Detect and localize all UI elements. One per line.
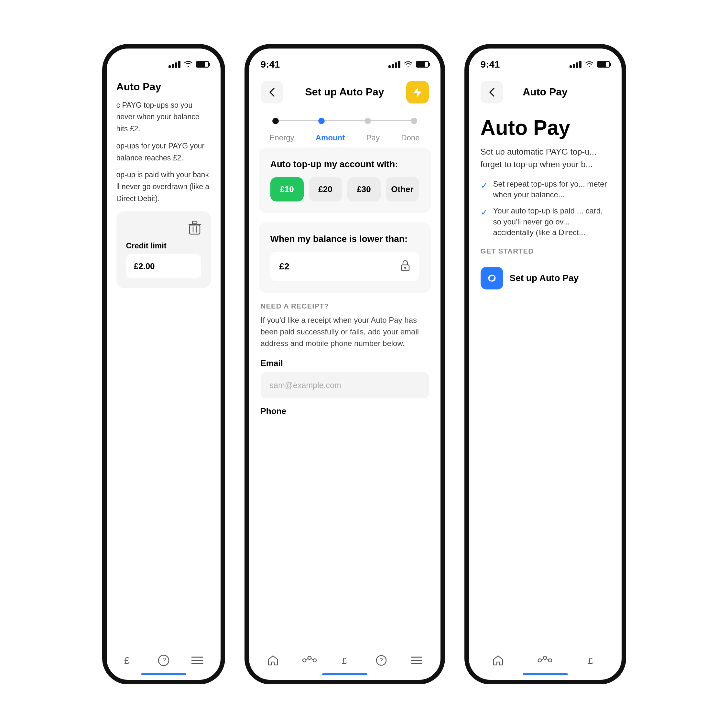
svg-point-24 [538,659,541,662]
amount-30-btn[interactable]: £30 [347,177,381,202]
step-label-done: Done [401,133,419,142]
setup-btn-label: Set up Auto Pay [510,273,579,283]
scene: Auto Pay c PAYG top-ups so you never whe… [0,0,728,728]
check-item-2: ✓ Your auto top-up is paid ... card, so … [480,205,610,238]
center-phone: 9:41 Set up Auto Pay [245,44,445,684]
svg-text:£: £ [342,656,347,666]
nav-icon-menu[interactable] [191,656,203,665]
trash-icon[interactable] [126,221,201,238]
left-status-bar [107,49,220,74]
page-title: Set up Auto Pay [305,86,384,98]
svg-rect-2 [190,225,200,234]
autopay-desc: Set up automatic PAYG top-u... forget to… [480,145,610,171]
amount-other-btn[interactable]: Other [386,177,419,202]
left-content: Auto Pay c PAYG top-ups so you never whe… [107,74,220,295]
step-amount-dot [318,118,325,124]
wifi-icon [184,60,193,69]
right-wifi-icon [585,59,594,70]
left-desc-3: op-up is paid with your bank ll never go… [116,169,211,204]
left-page-title: Auto Pay [116,81,211,93]
lightning-button[interactable] [406,81,429,104]
svg-text:£: £ [124,655,130,665]
left-desc-1: c PAYG top-ups so you never when your ba… [116,99,211,135]
step-done-dot [411,118,417,124]
right-page-title: Auto Pay [523,86,567,98]
svg-text:?: ? [380,657,383,664]
get-started-label: GET STARTED [480,247,610,255]
svg-point-12 [404,267,406,269]
right-nav-connections-icon[interactable] [538,656,552,665]
get-started-divider [480,260,610,260]
svg-rect-1 [193,221,197,224]
step-pay-dot [364,118,371,124]
center-battery-icon [416,61,429,67]
nav-help-icon[interactable]: ? [376,655,387,666]
nav-payment-icon[interactable]: £ [341,655,352,666]
autopay-title: Auto Pay [480,116,610,139]
battery-icon [196,61,209,67]
nav-icon-help[interactable]: ? [158,655,170,666]
right-phone-content: Auto Pay Set up automatic PAYG top-u... … [469,110,622,296]
svg-line-17 [311,658,313,660]
email-input[interactable]: sam@example.com [261,372,429,398]
right-nav-home-icon[interactable] [492,655,503,666]
phone-label: Phone [261,406,429,416]
amount-card: Auto top-up my account with: £10 £20 £30… [259,147,431,213]
checkmark-icon-2: ✓ [480,206,488,219]
nav-connections-icon[interactable] [302,656,317,665]
step-label-energy: Energy [270,133,294,142]
left-phone: Auto Pay c PAYG top-ups so you never whe… [102,44,225,684]
right-time: 9:41 [480,59,500,70]
svg-point-15 [313,659,316,662]
svg-point-26 [549,659,552,662]
center-status-icons [388,59,429,70]
svg-point-25 [543,656,547,659]
amount-20-btn[interactable]: £20 [309,177,342,202]
right-bottom-nav: £ [469,641,622,680]
step-energy-dot [272,118,279,124]
right-back-button[interactable] [480,81,503,104]
nav-menu-icon[interactable] [411,656,422,665]
center-time: 9:41 [261,59,280,70]
balance-input[interactable]: £2 [271,252,419,281]
center-bottom-nav: £ ? [249,641,440,680]
left-desc-2: op-ups for your PAYG your balance reache… [116,140,211,164]
right-phone: 9:41 Auto Pay Auto Pay [464,44,626,684]
left-status-icons [168,60,209,69]
right-battery-icon [597,61,610,67]
back-button[interactable] [261,81,283,104]
svg-line-16 [306,658,308,661]
infinity-icon [480,267,503,289]
nav-icon-payment[interactable]: £ [124,655,136,666]
center-signal-icon [388,61,401,68]
center-nav-header: Set up Auto Pay [249,74,440,110]
right-status-bar: 9:41 [469,49,622,74]
svg-line-27 [541,658,543,661]
receipt-section: NEED A RECEIPT? If you'd like a receipt … [259,302,431,416]
right-nav-payment-icon[interactable]: £ [587,655,598,666]
checkmark-icon-1: ✓ [480,179,488,192]
check-text-2: Your auto top-up is paid ... card, so yo… [493,205,610,238]
steps-labels: Energy Amount Pay Done [261,132,429,147]
balance-card: When my balance is lower than: £2 [259,222,431,293]
center-phone-content: Auto top-up my account with: £10 £20 £30… [249,147,440,641]
setup-autopay-button[interactable]: Set up Auto Pay [480,267,610,289]
step-label-pay: Pay [366,133,380,142]
credit-amount-value: £2.00 [126,254,201,278]
left-bottom-nav: £ ? [107,641,220,680]
balance-card-title: When my balance is lower than: [271,234,419,244]
credit-limit-label: Credit limit [126,241,201,250]
check-item-1: ✓ Set repeat top-ups for yo... meter whe… [480,179,610,200]
nav-home-icon[interactable] [268,655,278,666]
amount-options: £10 £20 £30 Other [271,177,419,202]
left-credit-card: Credit limit £2.00 [116,211,211,288]
svg-line-28 [547,658,549,660]
right-nav-header: Auto Pay [469,74,622,110]
amount-10-btn[interactable]: £10 [271,177,304,202]
check-text-1: Set repeat top-ups for yo... meter when … [493,179,610,200]
email-label: Email [261,358,429,369]
center-status-bar: 9:41 [249,49,440,74]
receipt-label: NEED A RECEIPT? [261,302,429,310]
center-wifi-icon [404,59,413,70]
right-signal-icon [569,61,581,68]
